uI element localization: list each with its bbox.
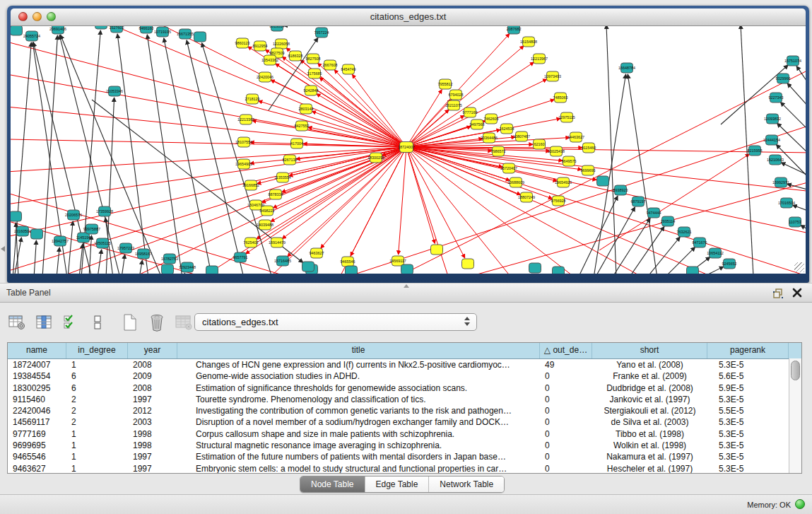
table-cell-year: 2009 <box>128 370 177 382</box>
table-cell-short: Stergiakouli et al. (2012) <box>592 405 707 416</box>
tab-node-table[interactable]: Node Table <box>300 477 365 492</box>
network-node-label: 16648784 <box>618 66 635 70</box>
table-row[interactable]: 977716911998Corpus callosum shape and si… <box>8 428 801 440</box>
network-node[interactable] <box>194 32 206 42</box>
zoom-window-icon[interactable] <box>47 12 56 21</box>
memory-status-label: Memory: OK <box>747 500 791 510</box>
network-node[interactable] <box>346 266 358 274</box>
table-row[interactable]: 946362711997Embryonic stem cells: a mode… <box>8 463 801 474</box>
network-window-titlebar[interactable]: citations_edges.txt <box>11 8 806 26</box>
table-selector-dropdown[interactable]: citations_edges.txt <box>194 313 477 331</box>
network-node-label: 15992971 <box>772 180 789 185</box>
table-row[interactable]: 2242004622012Investigating the contribut… <box>8 405 801 416</box>
column-header-title[interactable]: title <box>177 343 540 358</box>
close-window-icon[interactable] <box>18 12 28 21</box>
network-node-label: 18107554 <box>235 140 252 144</box>
column-header-short[interactable]: short <box>592 343 707 358</box>
network-node[interactable] <box>529 263 541 273</box>
network-window: citations_edges.txt 18724007986012389129… <box>7 6 809 283</box>
network-node[interactable] <box>401 264 413 274</box>
network-node-label: 20691406 <box>49 27 66 31</box>
table-cell-short: de Silva et al. (2003) <box>592 416 707 428</box>
table-row[interactable]: 1938455462009Genome-wide association stu… <box>8 370 801 382</box>
float-panel-icon[interactable] <box>772 288 784 299</box>
column-header-out_degree[interactable]: △ out_de… <box>540 343 592 358</box>
table-row[interactable]: 911546021997Tourette syndrome. Phenomeno… <box>8 394 801 405</box>
network-node-label: 18724007 <box>398 145 415 149</box>
network-node-label: 9497568 <box>470 122 485 127</box>
table-row[interactable]: 946554611997Estimation of the future num… <box>8 451 801 462</box>
network-node-label: 8471676 <box>693 240 707 245</box>
table-tab-bar: Node TableEdge TableNetwork Table <box>300 476 505 493</box>
table-cell-name: 9115460 <box>8 394 66 405</box>
window-resize-grip[interactable] <box>794 262 804 272</box>
panel-collapse-arrow-icon[interactable] <box>1 246 5 252</box>
network-node[interactable] <box>462 259 474 269</box>
network-node-label: 8267130 <box>283 158 298 162</box>
network-node[interactable] <box>95 26 107 29</box>
table-cell-year: 1998 <box>128 428 177 440</box>
network-node-label: 12093832 <box>764 117 781 121</box>
network-node-label: 7625402 <box>244 240 259 245</box>
table-cell-year: 1997 <box>128 463 177 474</box>
network-node-label: 9860123 <box>235 41 250 45</box>
table-cell-out_degree: 0 <box>540 382 592 394</box>
table-cell-in_degree: 1 <box>66 440 128 451</box>
network-node-label: 9465546 <box>341 259 355 264</box>
delete-table-trash-icon[interactable] <box>147 313 167 332</box>
network-node[interactable] <box>302 262 314 271</box>
network-node-label: 21053346 <box>106 89 123 93</box>
network-node[interactable] <box>162 264 174 274</box>
new-table-icon[interactable] <box>120 313 140 332</box>
network-node[interactable] <box>431 245 443 255</box>
table-cell-pagerank: 5.5E-5 <box>707 405 789 416</box>
table-cell-title: Estimation of the future numbers of pati… <box>177 451 540 462</box>
column-header-name[interactable]: name <box>8 343 66 358</box>
table-cell-out_degree: 0 <box>540 405 592 416</box>
table-cell-title: Structural magnetic resonance image aver… <box>177 440 540 451</box>
table-row[interactable]: 1830029562008Estimation of significance … <box>8 382 801 394</box>
tab-edge-table[interactable]: Edge Table <box>365 477 430 492</box>
network-node-label: 9756928 <box>551 199 566 203</box>
column-header-year[interactable]: year <box>128 343 177 358</box>
table-scrollbar[interactable] <box>789 358 801 473</box>
close-panel-icon[interactable] <box>792 288 802 298</box>
network-node-label: 15720407 <box>500 166 517 170</box>
column-header-pagerank[interactable]: pagerank <box>707 343 789 358</box>
table-body: 1872400712008Changes of HCN gene express… <box>8 359 801 474</box>
table-cell-short: Franke et al. (2009) <box>592 370 707 382</box>
table-row[interactable]: 1456911722003Disruption of a novel membe… <box>8 416 801 428</box>
table-cell-year: 1997 <box>128 451 177 462</box>
column-header-in_degree[interactable]: in_degree <box>66 343 128 358</box>
network-node-label: 6879197 <box>631 199 646 204</box>
network-node-label: 8912954 <box>253 44 268 48</box>
network-node[interactable] <box>31 229 43 239</box>
table-cell-name: 9699695 <box>8 440 66 451</box>
tab-network-table[interactable]: Network Table <box>429 477 504 492</box>
splitter-handle-icon[interactable] <box>404 284 409 288</box>
minimize-window-icon[interactable] <box>33 12 42 21</box>
network-node[interactable] <box>206 266 218 274</box>
network-node[interactable] <box>553 267 565 274</box>
row-height-icon[interactable] <box>88 313 107 332</box>
network-node[interactable] <box>687 267 699 274</box>
table-cell-year: 2008 <box>128 359 177 370</box>
network-node[interactable] <box>11 211 22 221</box>
network-node-label: 19654903 <box>235 162 252 166</box>
column-checklist-icon[interactable] <box>61 313 81 332</box>
table-mode-icon[interactable] <box>7 313 27 332</box>
network-node-label: 15716485 <box>274 259 291 263</box>
network-node-label: 10654112 <box>707 251 724 255</box>
network-canvas[interactable]: 1872400798601238912954122260589827509818… <box>11 26 806 274</box>
table-row[interactable]: 969969511998Structural magnetic resonanc… <box>8 440 801 451</box>
network-node[interactable] <box>11 26 23 35</box>
table-row[interactable]: 1872400712008Changes of HCN gene express… <box>8 359 801 370</box>
memory-status-indicator <box>795 499 805 509</box>
network-node-label: 2087682 <box>507 27 522 31</box>
scrollbar-thumb[interactable] <box>791 361 800 380</box>
network-node[interactable] <box>597 176 609 186</box>
select-columns-icon[interactable] <box>34 313 54 332</box>
network-node-label: 12923448 <box>179 265 196 269</box>
network-node-label: 10688609 <box>507 180 524 185</box>
table-cell-name: 18300295 <box>8 382 66 394</box>
